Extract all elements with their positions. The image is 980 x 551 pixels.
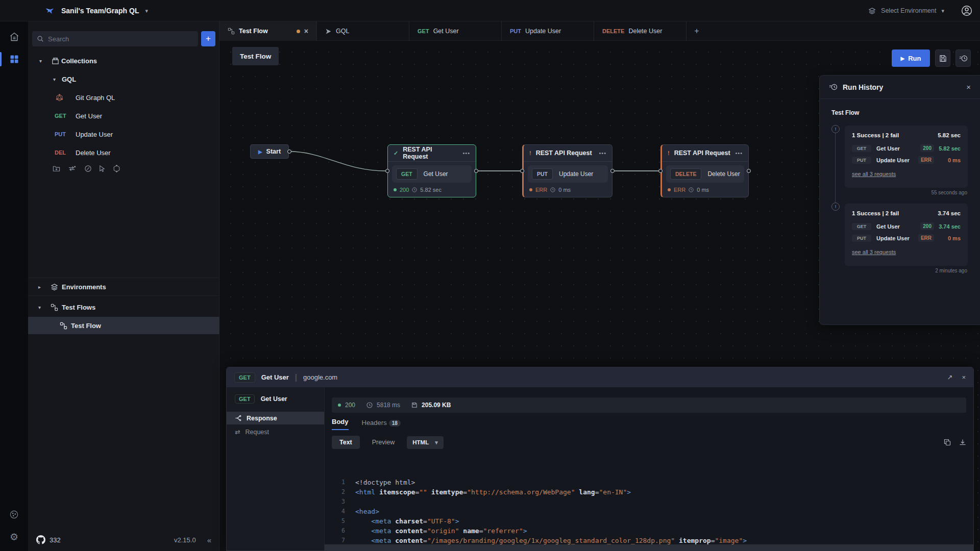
run-history-button[interactable] [955,49,971,67]
chevron-down-icon[interactable]: ▾ [53,77,56,82]
node1-input-port[interactable] [385,169,389,173]
node3-input-port[interactable] [658,169,663,173]
test-flows-header[interactable]: ▾ Test Flows [28,298,219,316]
status-code: ERR [674,187,685,193]
download-icon[interactable] [959,439,966,446]
node-rest-update-user[interactable]: ! REST API Request ••• PUT Update User E… [522,144,612,197]
select-environment[interactable]: Select Environment [881,7,936,14]
settings-gear-icon[interactable]: ⚙ [0,525,28,548]
icon-rail: ⚙ [0,21,28,551]
tab-label: Update User [525,28,561,35]
search-input[interactable] [48,35,193,43]
expand-panel-icon[interactable]: ↗ [947,373,953,381]
tab-gql[interactable]: GQL [317,21,409,41]
node-request-select[interactable]: DELETE Delete User [666,165,744,183]
see-all-requests-link[interactable]: see all 3 requests [852,171,896,177]
new-tab-button[interactable]: + [687,21,707,41]
collapse-sidebar-button[interactable]: « [207,536,211,544]
folder-gql[interactable]: ▾ GQL [28,70,219,88]
account-icon[interactable] [961,5,973,17]
graphql-schema-icon[interactable] [113,165,120,172]
box-icon [52,57,59,65]
play-icon: ▶ [258,149,262,155]
see-all-requests-link[interactable]: see all 3 requests [852,249,896,255]
add-request-button[interactable]: + [201,31,215,46]
node3-output-port[interactable] [747,169,751,173]
click-pointer-icon[interactable] [99,165,106,172]
chevron-down-icon[interactable]: ▾ [145,8,148,14]
tab-headers[interactable]: Headers18 [362,419,401,430]
run-sequence-icon[interactable] [68,165,77,172]
run-duration: 3.74 sec [938,210,961,216]
run-request-row: PUT Update User ERR 0 ms [852,234,961,242]
run-card[interactable]: 1 Success | 2 fail 3.74 sec GET Get User… [845,204,968,266]
test-flow-item-selected[interactable]: Test Flow [28,317,219,334]
test-flow-label: Test Flow [71,322,101,330]
view-preview-button[interactable]: Preview [366,436,401,449]
team-switcher[interactable]: Sanil's Team/Graph QL ▾ [44,0,148,21]
github-icon[interactable] [36,535,45,544]
node-rest-get-user[interactable]: ✓ REST API Request ••• GET Get User 200 … [387,144,476,197]
view-text-button[interactable]: Text [332,436,360,449]
status-badge: 200 [920,144,934,152]
tab-update-user[interactable]: PUT Update User [502,21,594,41]
clock-icon [550,187,555,192]
run-button[interactable]: ▶ Run [892,49,930,67]
new-folder-icon[interactable] [53,165,60,172]
node-request-select[interactable]: GET Get User [392,165,472,183]
copy-icon[interactable] [944,439,951,446]
more-menu-icon[interactable]: ••• [599,150,606,156]
collections-nav-icon[interactable] [0,48,28,70]
flow-canvas[interactable]: Test Flow ▶ Run ▶ Start ✓ REST API Reque… [219,41,980,551]
chevron-down-icon[interactable]: ▾ [38,305,41,310]
tab-body[interactable]: Body [332,418,349,430]
collections-label: Collections [61,57,97,65]
request-name: Get User [424,170,448,178]
nav-item-response[interactable]: Response [227,412,324,424]
chevron-down-icon[interactable]: ▾ [39,58,42,64]
close-tab-icon[interactable]: × [304,27,308,35]
code-lines[interactable]: 1<!doctype html>2<html itemscope="" item… [325,474,973,550]
method-badge: GET [852,145,871,152]
nav-item-request[interactable]: ⇄ Request [227,425,324,438]
tab-test-flow[interactable]: Test Flow × [219,21,317,41]
timer-icon[interactable] [84,165,92,172]
run-card[interactable]: 1 Success | 2 fail 5.82 sec GET Get User… [845,126,968,188]
environments-header[interactable]: ▸ Environments [28,278,219,296]
chevron-down-icon[interactable]: ▾ [941,8,944,14]
tab-delete-user[interactable]: DELETE Delete User [594,21,687,41]
node2-output-port[interactable] [610,169,615,173]
request-label: Git Graph QL [76,94,115,102]
more-menu-icon[interactable]: ••• [735,150,743,156]
close-icon[interactable]: × [966,83,971,91]
method-badge: PUT [532,168,553,180]
node2-input-port[interactable] [520,169,524,173]
github-stars[interactable]: 332 [50,536,61,544]
tab-label: Delete User [628,28,662,35]
home-icon[interactable] [0,26,28,48]
collections-header[interactable]: ▾ Collections [28,52,219,70]
save-button[interactable] [935,49,950,67]
node1-output-port[interactable] [474,169,478,173]
clock-icon [689,187,694,192]
request-item-update-user[interactable]: PUT Update User [28,125,219,143]
close-panel-icon[interactable]: × [962,373,966,381]
search-box[interactable] [32,31,198,46]
start-output-port[interactable] [287,149,291,154]
more-menu-icon[interactable]: ••• [462,150,470,156]
request-item-git-graph-ql[interactable]: Git Graph QL [28,88,219,107]
status-badge: ERR [918,234,934,242]
horizontal-scrollbar[interactable] [325,544,973,550]
node-request-select[interactable]: PUT Update User [528,165,608,183]
tab-get-user[interactable]: GET Get User [409,21,502,41]
chevron-right-icon[interactable]: ▸ [38,284,41,290]
start-node[interactable]: ▶ Start [250,144,289,159]
node-rest-delete-user[interactable]: ! REST API Request ••• DELETE Delete Use… [660,144,749,197]
run-summary: 1 Success | 2 fail [852,132,899,138]
format-dropdown[interactable]: HTML ▾ [407,436,443,449]
graphql-icon [56,94,63,102]
request-time: 0 ms [934,157,961,163]
cookies-icon[interactable] [0,503,28,525]
request-item-get-user[interactable]: GET Get User [28,107,219,125]
method-badge: GET [396,168,418,180]
